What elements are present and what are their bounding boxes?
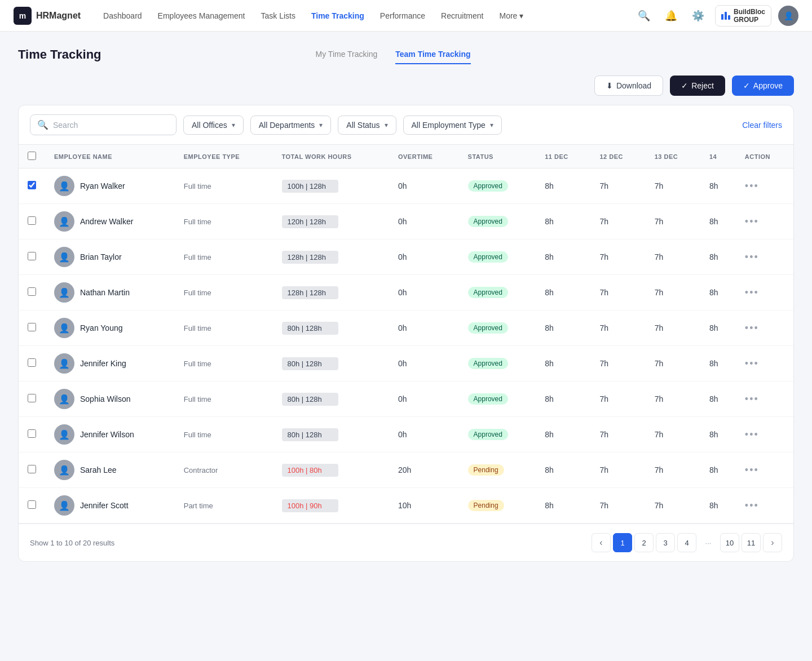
- main-card: 🔍 All Offices ▾ All Departments ▾ All St…: [18, 105, 794, 562]
- status-cell: Approved: [459, 204, 536, 239]
- offices-filter[interactable]: All Offices ▾: [183, 116, 244, 135]
- row-checkbox-cell: [19, 381, 45, 417]
- row-action-menu[interactable]: •••: [745, 180, 759, 192]
- nav-item-recruitment[interactable]: Recruitment: [434, 8, 490, 24]
- row-checkbox-cell: [19, 417, 45, 453]
- action-bar: ⬇ Download ✓ Reject ✓ Approve: [18, 76, 794, 96]
- work-hours-bar: 80h | 128h: [282, 393, 338, 406]
- page-btn-11[interactable]: 11: [742, 533, 761, 552]
- status-badge: Pending: [468, 500, 504, 511]
- dec14-cell: 8h: [700, 417, 736, 453]
- nav-item-performance[interactable]: Performance: [373, 8, 432, 24]
- select-all-checkbox[interactable]: [28, 152, 36, 160]
- page-btn-10[interactable]: 10: [720, 533, 739, 552]
- pagination-controls: ‹ 1 2 3 4 ··· 10 11 ›: [592, 533, 782, 552]
- search-input[interactable]: [53, 121, 169, 130]
- table-body: 👤 Ryan Walker Full time 100h | 128h 0h A…: [19, 168, 793, 524]
- row-checkbox-cell: [19, 310, 45, 346]
- overtime-cell: 0h: [389, 310, 459, 346]
- row-action-menu[interactable]: •••: [745, 464, 759, 476]
- row-checkbox[interactable]: [28, 394, 36, 402]
- nav-item-tasks[interactable]: Task Lists: [254, 8, 302, 24]
- employee-type-cell: Full time: [175, 381, 273, 417]
- departments-filter[interactable]: All Departments ▾: [250, 116, 332, 135]
- page-btn-3[interactable]: 3: [656, 533, 675, 552]
- prev-page-button[interactable]: ‹: [592, 533, 611, 552]
- search-icon: 🔍: [37, 119, 48, 130]
- employee-name: Andrew Walker: [80, 217, 133, 226]
- table-row: 👤 Ryan Walker Full time 100h | 128h 0h A…: [19, 168, 793, 204]
- row-action-menu[interactable]: •••: [745, 500, 759, 511]
- row-checkbox[interactable]: [28, 429, 36, 438]
- work-hours-bar: 128h | 128h: [282, 286, 338, 299]
- row-checkbox-cell: [19, 488, 45, 524]
- status-cell: Approved: [459, 168, 536, 204]
- dec13-cell: 7h: [646, 310, 700, 346]
- employee-name-cell: 👤 Sarah Lee: [45, 453, 175, 488]
- tab-team-time-tracking[interactable]: Team Time Tracking: [395, 45, 470, 64]
- dec14-cell: 8h: [700, 453, 736, 488]
- employment-type-filter[interactable]: All Employment Type ▾: [403, 116, 502, 135]
- row-action-menu[interactable]: •••: [745, 429, 759, 440]
- row-action-menu[interactable]: •••: [745, 393, 759, 405]
- download-icon: ⬇: [606, 81, 613, 90]
- dec11-cell: 8h: [536, 204, 590, 239]
- avatar: 👤: [54, 282, 74, 303]
- notifications-button[interactable]: 🔔: [661, 6, 681, 26]
- employee-type-cell: Full time: [175, 310, 273, 346]
- status-filter[interactable]: All Status ▾: [338, 116, 396, 135]
- row-checkbox[interactable]: [28, 358, 36, 367]
- col-dec14: 14: [700, 145, 736, 168]
- page-header: Time Tracking My Time Tracking Team Time…: [18, 45, 794, 64]
- status-cell: Approved: [459, 346, 536, 381]
- settings-button[interactable]: ⚙️: [688, 6, 708, 26]
- row-action-menu[interactable]: •••: [745, 287, 759, 298]
- clear-filters-button[interactable]: Clear filters: [742, 121, 782, 130]
- row-checkbox[interactable]: [28, 500, 36, 509]
- employee-type-cell: Full time: [175, 275, 273, 310]
- row-checkbox[interactable]: [28, 323, 36, 331]
- row-checkbox[interactable]: [28, 252, 36, 260]
- status-badge: Approved: [468, 429, 508, 440]
- dec14-cell: 8h: [700, 381, 736, 417]
- table-row: 👤 Jennifer King Full time 80h | 128h 0h …: [19, 346, 793, 381]
- status-cell: Approved: [459, 381, 536, 417]
- nav-item-more[interactable]: More ▾: [492, 8, 530, 24]
- col-overtime: OVERTIME: [389, 145, 459, 168]
- row-checkbox[interactable]: [28, 465, 36, 473]
- next-page-button[interactable]: ›: [763, 533, 782, 552]
- row-action-menu[interactable]: •••: [745, 358, 759, 369]
- approve-button[interactable]: ✓ Approve: [732, 76, 794, 96]
- nav-item-time-tracking[interactable]: Time Tracking: [304, 8, 371, 24]
- employee-type-cell: Contractor: [175, 453, 273, 488]
- page-btn-1[interactable]: 1: [613, 533, 632, 552]
- overtime-cell: 0h: [389, 239, 459, 275]
- nav-item-employees[interactable]: Employees Management: [151, 8, 252, 24]
- dec14-cell: 8h: [700, 204, 736, 239]
- dec11-cell: 8h: [536, 453, 590, 488]
- col-dec13: 13 Dec: [646, 145, 700, 168]
- status-badge: Approved: [468, 180, 508, 192]
- tab-my-time-tracking[interactable]: My Time Tracking: [316, 45, 378, 64]
- row-action-menu[interactable]: •••: [745, 322, 759, 334]
- work-hours-bar: 80h | 128h: [282, 322, 338, 335]
- action-cell: •••: [736, 417, 793, 453]
- row-checkbox[interactable]: [28, 216, 36, 225]
- row-checkbox[interactable]: [28, 181, 36, 189]
- action-cell: •••: [736, 275, 793, 310]
- search-button[interactable]: 🔍: [634, 6, 654, 26]
- nav-logo[interactable]: m HRMagnet: [14, 7, 81, 25]
- chevron-down-icon: ▾: [519, 11, 523, 20]
- reject-button[interactable]: ✓ Reject: [670, 76, 725, 96]
- row-action-menu[interactable]: •••: [745, 216, 759, 227]
- dec14-cell: 8h: [700, 168, 736, 204]
- avatar: 👤: [54, 389, 74, 409]
- nav-item-dashboard[interactable]: Dashboard: [96, 8, 149, 24]
- work-hours-bar: 128h | 128h: [282, 251, 338, 264]
- page-btn-2[interactable]: 2: [634, 533, 654, 552]
- user-avatar[interactable]: 👤: [778, 6, 798, 26]
- row-checkbox[interactable]: [28, 287, 36, 296]
- page-btn-4[interactable]: 4: [677, 533, 696, 552]
- download-button[interactable]: ⬇ Download: [594, 76, 663, 96]
- row-action-menu[interactable]: •••: [745, 251, 759, 263]
